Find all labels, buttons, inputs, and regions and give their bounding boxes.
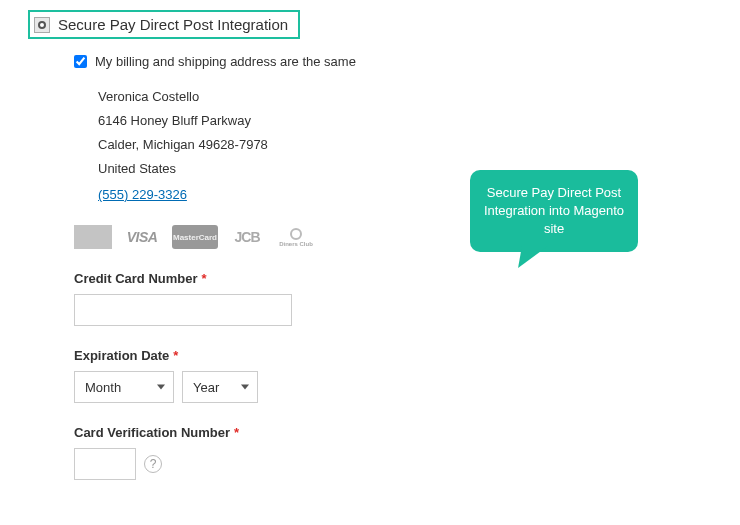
jcb-icon: JCB <box>226 225 268 249</box>
amex-icon <box>74 225 112 249</box>
payment-form: My billing and shipping address are the … <box>74 54 414 480</box>
radio-icon[interactable] <box>34 17 50 33</box>
chevron-down-icon <box>157 385 165 390</box>
mastercard-icon: MasterCard <box>172 225 218 249</box>
cvv-label: Card Verification Number* <box>74 425 414 440</box>
payment-method-header[interactable]: Secure Pay Direct Post Integration <box>28 10 300 39</box>
expiration-group: Expiration Date* Month Year <box>74 348 414 403</box>
accepted-cards-row: VISA MasterCard JCB Diners Club <box>74 225 414 249</box>
callout-text: Secure Pay Direct Post Integration into … <box>484 185 624 236</box>
callout-tail-icon <box>518 246 548 268</box>
cc-number-input[interactable] <box>74 294 292 326</box>
address-city-state-zip: Calder, Michigan 49628-7978 <box>98 133 414 157</box>
same-address-checkbox[interactable] <box>74 55 87 68</box>
address-street: 6146 Honey Bluff Parkway <box>98 109 414 133</box>
expiration-year-select[interactable]: Year <box>182 371 258 403</box>
cc-number-group: Credit Card Number* <box>74 271 414 326</box>
payment-method-title: Secure Pay Direct Post Integration <box>58 16 288 33</box>
expiration-label: Expiration Date* <box>74 348 414 363</box>
info-callout: Secure Pay Direct Post Integration into … <box>470 170 638 252</box>
same-address-row: My billing and shipping address are the … <box>74 54 414 69</box>
address-country: United States <box>98 157 414 181</box>
address-phone-link[interactable]: (555) 229-3326 <box>98 183 187 207</box>
visa-icon: VISA <box>120 225 164 249</box>
cc-number-label: Credit Card Number* <box>74 271 414 286</box>
cvv-help-icon[interactable]: ? <box>144 455 162 473</box>
expiration-month-select[interactable]: Month <box>74 371 174 403</box>
chevron-down-icon <box>241 385 249 390</box>
diners-club-icon: Diners Club <box>276 225 316 249</box>
billing-address: Veronica Costello 6146 Honey Bluff Parkw… <box>98 85 414 207</box>
address-name: Veronica Costello <box>98 85 414 109</box>
cvv-input[interactable] <box>74 448 136 480</box>
same-address-label: My billing and shipping address are the … <box>95 54 356 69</box>
cvv-group: Card Verification Number* ? <box>74 425 414 480</box>
